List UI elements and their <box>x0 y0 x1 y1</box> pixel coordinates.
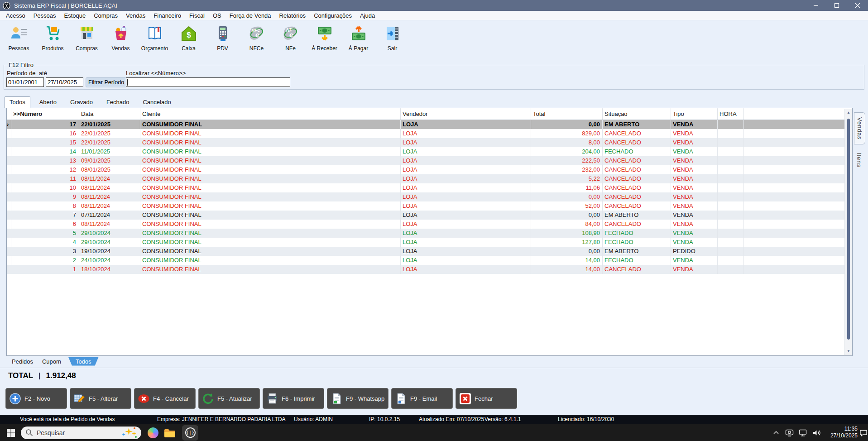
menu-item[interactable]: Compras <box>90 12 122 19</box>
atualizar-button[interactable]: F5 - Atualizar <box>198 388 260 409</box>
table-row[interactable]: 2 24/10/2024 CONSUMIDOR FINAL LOJA 14,00… <box>7 256 852 265</box>
table-row[interactable]: 4 29/10/2024 CONSUMIDOR FINAL LOJA 127,8… <box>7 238 852 247</box>
toolbar-button-produtos[interactable]: Produtos <box>36 21 70 59</box>
column-header-cliente[interactable]: Cliente <box>140 108 401 120</box>
menu-item[interactable]: Financeiro <box>149 12 185 19</box>
side-tab[interactable]: Itens <box>854 148 864 172</box>
novo-button[interactable]: F2 - Novo <box>5 388 67 409</box>
whatsapp-button[interactable]: F9 - Whatsapp <box>327 388 388 409</box>
localizar-input[interactable] <box>126 77 290 87</box>
menu-item[interactable]: Vendas <box>122 12 149 19</box>
alterar-button[interactable]: F5 - Alterar <box>70 388 131 409</box>
menu-item[interactable]: Estoque <box>60 12 90 19</box>
start-button[interactable] <box>6 428 15 437</box>
table-row[interactable]: 9 08/11/2024 CONSUMIDOR FINAL LOJA 0,00 … <box>7 192 852 201</box>
table-row[interactable]: 8 08/11/2024 CONSUMIDOR FINAL LOJA 52,00… <box>7 201 852 211</box>
file-explorer-icon[interactable] <box>164 428 176 438</box>
toolbar-button-areceber[interactable]: Á Receber <box>307 21 341 59</box>
status-tab[interactable]: Fechado <box>102 97 134 108</box>
table-row[interactable]: 7 07/11/2024 CONSUMIDOR FINAL LOJA 0,00 … <box>7 211 852 220</box>
table-row[interactable]: 6 08/11/2024 CONSUMIDOR FINAL LOJA 84,00… <box>7 220 852 229</box>
scroll-down-icon[interactable]: ▼ <box>845 349 852 353</box>
table-row[interactable]: › 17 22/01/2025 CONSUMIDOR FINAL LOJA 0,… <box>7 120 852 129</box>
status-tab[interactable]: Todos <box>5 96 30 108</box>
cell-vendedor: LOJA <box>401 174 531 183</box>
bottom-tab[interactable]: Cupom <box>40 358 63 365</box>
column-header-total[interactable]: Total <box>531 108 603 120</box>
row-selector-cell <box>7 174 11 183</box>
column-header-selector <box>7 108 11 120</box>
menu-item[interactable]: Fiscal <box>185 12 209 19</box>
tray-clock[interactable]: 11:35 27/10/2025 <box>825 426 858 440</box>
toolbar-button-pessoas[interactable]: Pessoas <box>2 21 36 59</box>
table-row[interactable]: 3 19/10/2024 CONSUMIDOR FINAL LOJA 0,00 … <box>7 247 852 256</box>
table-scrollbar[interactable]: ▲ ▼ <box>844 109 852 355</box>
toolbar-button-nfce[interactable]: NFCe NFCe <box>240 21 273 59</box>
table-row[interactable]: 5 29/10/2024 CONSUMIDOR FINAL LOJA 108,9… <box>7 229 852 238</box>
date-from-field[interactable] <box>6 77 44 87</box>
bottom-tab[interactable]: Todos <box>68 357 99 366</box>
filter-period-button[interactable]: Filtrar Período <box>86 77 127 87</box>
tray-capture-icon[interactable] <box>785 429 794 436</box>
toolbar-label: Caixa <box>182 45 196 52</box>
tray-chevron-icon[interactable] <box>772 429 780 436</box>
status-tab[interactable]: Aberto <box>35 97 61 108</box>
date-to-field[interactable] <box>46 77 83 87</box>
cell-cliente: CONSUMIDOR FINAL <box>140 156 401 165</box>
table-row[interactable]: 14 11/01/2025 CONSUMIDOR FINAL LOJA 204,… <box>7 147 852 156</box>
table-row[interactable]: 12 08/01/2025 CONSUMIDOR FINAL LOJA 232,… <box>7 165 852 174</box>
toolbar-button-pdv[interactable]: PDV <box>206 21 240 59</box>
menu-item[interactable]: OS <box>209 12 225 19</box>
cancelar-button[interactable]: F4 - Cancelar <box>134 388 196 409</box>
cell-cliente: CONSUMIDOR FINAL <box>140 174 401 183</box>
menu-item[interactable]: Força de Venda <box>225 12 275 19</box>
tray-network-icon[interactable] <box>799 429 807 436</box>
column-header-tipo[interactable]: Tipo <box>671 108 718 120</box>
column-header-data[interactable]: Data <box>79 108 140 120</box>
menu-item[interactable]: Configurações <box>310 12 356 19</box>
table-row[interactable]: 16 22/01/2025 CONSUMIDOR FINAL LOJA 829,… <box>7 129 852 138</box>
table-row[interactable]: 11 08/11/2024 CONSUMIDOR FINAL LOJA 5,22… <box>7 174 852 183</box>
minimize-icon[interactable] <box>806 0 826 11</box>
column-header-situacao[interactable]: Situação <box>603 108 671 120</box>
table-row[interactable]: 15 22/01/2025 CONSUMIDOR FINAL LOJA 8,00… <box>7 138 852 147</box>
status-tab[interactable]: Cancelado <box>138 97 175 108</box>
toolbar-button-nfe[interactable]: NFe NFe <box>273 21 307 59</box>
column-header-hora[interactable]: HORA <box>718 108 744 120</box>
scrollbar-thumb[interactable] <box>847 119 850 340</box>
table-row[interactable]: 10 08/11/2024 CONSUMIDOR FINAL LOJA 11,0… <box>7 183 852 192</box>
tray-volume-icon[interactable] <box>812 429 821 436</box>
tray-notification-icon[interactable] <box>859 429 868 436</box>
toolbar-button-caixa[interactable]: $ Caixa <box>172 21 206 59</box>
toolbar-button-orcamento[interactable]: Orçamento <box>138 21 172 59</box>
table-row[interactable]: 1 18/10/2024 CONSUMIDOR FINAL LOJA 14,00… <box>7 265 852 274</box>
side-tab[interactable]: Vendas <box>854 112 865 144</box>
cell-data: 29/10/2024 <box>79 238 140 247</box>
close-icon[interactable] <box>847 0 868 11</box>
toolbar-button-compras[interactable]: Compras <box>70 21 104 59</box>
cell-total: 127,80 <box>531 238 603 247</box>
cell-vendedor: LOJA <box>401 129 531 138</box>
toolbar-button-vendas[interactable]: Vendas <box>104 21 138 59</box>
taskbar-search-input[interactable]: Pesquisar <box>21 427 141 439</box>
imprimir-button[interactable]: F6 - Imprimir <box>263 388 324 409</box>
toolbar-button-apagar[interactable]: Á Pagar <box>341 21 375 59</box>
column-header-vendedor[interactable]: Vendedor <box>401 108 531 120</box>
table-row[interactable]: 13 09/01/2025 CONSUMIDOR FINAL LOJA 222,… <box>7 156 852 165</box>
nfe-badge-icon: NFe <box>282 24 300 43</box>
scroll-up-icon[interactable]: ▲ <box>845 110 852 115</box>
menu-item[interactable]: Relatórios <box>275 12 310 19</box>
maximize-icon[interactable] <box>826 0 847 11</box>
status-tab[interactable]: Gravado <box>66 97 97 108</box>
bottom-tab[interactable]: Pedidos <box>10 358 35 365</box>
fechar-button[interactable]: Fechar <box>456 388 517 409</box>
erp-app-taskbar-icon[interactable]: {|} <box>182 425 198 441</box>
cell-numero: 9 <box>11 192 79 201</box>
copilot-icon[interactable] <box>148 427 158 438</box>
toolbar-button-sair[interactable]: Sair <box>375 21 409 59</box>
menu-item[interactable]: Ajuda <box>356 12 379 19</box>
menu-item[interactable]: Pessoas <box>29 12 60 19</box>
menu-item[interactable]: Acesso <box>2 12 29 19</box>
email-button[interactable]: F9 - Email <box>391 388 453 409</box>
column-header-numero[interactable]: >>Número <box>11 108 79 120</box>
